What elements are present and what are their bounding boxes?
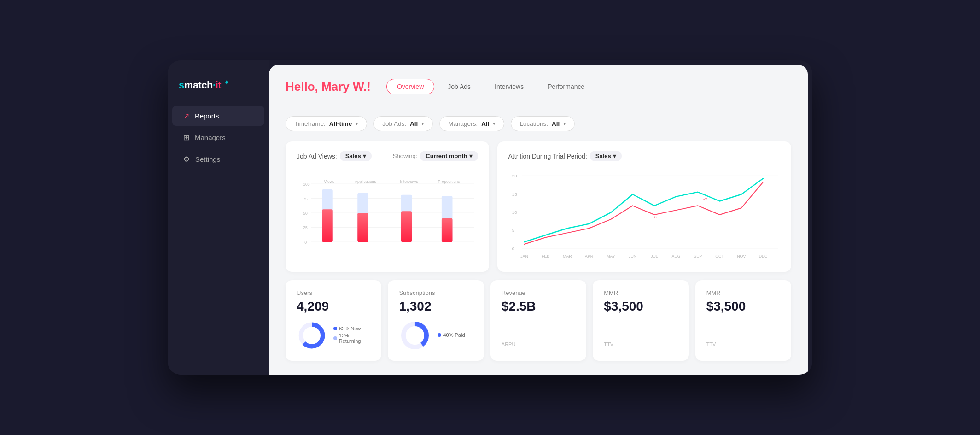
managers-arrow: ▾ xyxy=(493,121,496,127)
users-returning-dot xyxy=(333,336,337,340)
mmr1-card: MMR $3,500 TTV xyxy=(593,280,688,361)
sidebar-item-reports[interactable]: ↗ Reports xyxy=(172,106,264,126)
main-content: Hello, Mary W.! Overview Job Ads Intervi… xyxy=(269,65,808,375)
subscriptions-donut-area: 40% Paid xyxy=(399,319,472,352)
tab-performance[interactable]: Performance xyxy=(537,79,595,94)
month-value: Current month xyxy=(426,153,467,159)
arpu-label: ARPU xyxy=(502,341,516,347)
logo-area: smatch·it ✦ xyxy=(168,74,269,105)
showing-label: Showing: Current month ▾ xyxy=(393,151,478,161)
users-donut-area: 62% New 13% Returning xyxy=(297,319,370,352)
revenue-value: $2.5B xyxy=(502,299,575,314)
svg-rect-15 xyxy=(322,209,333,242)
mmr2-sub: TTV xyxy=(706,319,780,347)
tab-interviews[interactable]: Interviews xyxy=(484,79,534,94)
users-legend: 62% New 13% Returning xyxy=(333,326,370,345)
locations-label: Locations: xyxy=(519,120,548,127)
svg-text:0: 0 xyxy=(512,246,514,251)
subs-paid-dot xyxy=(438,333,441,337)
month-dropdown[interactable]: Current month ▾ xyxy=(420,151,478,161)
attrition-category: Sales xyxy=(595,153,611,159)
svg-text:15: 15 xyxy=(512,192,517,197)
revenue-card: Revenue $2.5B ARPU xyxy=(490,280,586,361)
svg-rect-17 xyxy=(357,213,368,242)
svg-text:OCT: OCT xyxy=(715,254,724,259)
svg-text:MAY: MAY xyxy=(607,254,615,259)
svg-text:Views: Views xyxy=(324,179,335,184)
tab-overview[interactable]: Overview xyxy=(386,79,434,94)
month-arrow: ▾ xyxy=(469,153,472,159)
subscriptions-legend: 40% Paid xyxy=(438,332,465,339)
sidebar-item-settings[interactable]: ⚙ Settings xyxy=(172,149,264,169)
revenue-sub: ARPU xyxy=(502,319,575,347)
managers-filter[interactable]: Managers: All ▾ xyxy=(439,116,504,131)
header-divider xyxy=(286,106,791,106)
subs-paid-label: 40% Paid xyxy=(443,332,465,338)
job-ads-arrow: ▾ xyxy=(421,121,424,127)
svg-text:50: 50 xyxy=(303,211,308,216)
mmr2-label: MMR xyxy=(706,289,780,296)
attrition-dropdown[interactable]: Sales ▾ xyxy=(590,151,622,161)
sidebar: smatch·it ✦ ↗ Reports ⊞ Managers ⚙ Setti… xyxy=(168,60,269,375)
svg-text:25: 25 xyxy=(303,225,308,230)
svg-text:75: 75 xyxy=(303,197,308,201)
sidebar-item-managers-label: Managers xyxy=(195,134,226,141)
mmr2-value: $3,500 xyxy=(706,299,780,314)
sales-label: Sales xyxy=(345,153,361,159)
logo-text: match xyxy=(184,79,213,91)
bar-chart-title: Job Ad Views: xyxy=(297,153,337,160)
svg-text:10: 10 xyxy=(512,210,517,215)
attrition-chart-header: Attrition During Trial Period: Sales ▾ xyxy=(508,151,780,161)
mmr1-sub: TTV xyxy=(604,319,677,347)
svg-rect-21 xyxy=(442,218,453,242)
mmr1-value: $3,500 xyxy=(604,299,677,314)
subscriptions-value: 1,302 xyxy=(399,299,472,314)
stats-row: Users 4,209 62% New 13% Returning xyxy=(286,280,791,361)
managers-label: Managers: xyxy=(448,120,478,127)
sales-dropdown[interactable]: Sales ▾ xyxy=(340,151,372,161)
svg-text:-2: -2 xyxy=(703,196,707,201)
logo: smatch·it ✦ xyxy=(179,79,258,91)
svg-rect-19 xyxy=(401,211,412,242)
subscriptions-donut xyxy=(399,319,431,352)
mmr2-card: MMR $3,500 TTV xyxy=(695,280,791,361)
svg-text:JUL: JUL xyxy=(651,254,658,259)
tab-job-ads[interactable]: Job Ads xyxy=(437,79,481,94)
svg-text:100: 100 xyxy=(303,182,310,187)
svg-text:5: 5 xyxy=(512,228,514,233)
device-frame: smatch·it ✦ ↗ Reports ⊞ Managers ⚙ Setti… xyxy=(168,60,812,375)
attrition-title: Attrition During Trial Period: xyxy=(508,153,587,160)
sidebar-item-managers[interactable]: ⊞ Managers xyxy=(172,128,264,147)
svg-text:FEB: FEB xyxy=(542,254,549,259)
locations-arrow: ▾ xyxy=(563,121,566,127)
users-returning-label: 13% Returning xyxy=(339,333,371,344)
tabs: Overview Job Ads Interviews Performance xyxy=(386,79,595,94)
subscriptions-card: Subscriptions 1,302 40% Paid xyxy=(388,280,484,361)
locations-filter[interactable]: Locations: All ▾ xyxy=(511,116,575,131)
svg-text:JAN: JAN xyxy=(520,254,528,259)
users-new-dot xyxy=(333,327,337,330)
svg-text:JUN: JUN xyxy=(629,254,636,259)
ttv1-label: TTV xyxy=(604,341,613,347)
greeting: Hello, Mary W.! xyxy=(286,80,371,94)
attrition-arrow: ▾ xyxy=(613,153,616,159)
bar-chart-svg: 100 75 50 25 0 Views Applications Interv… xyxy=(297,169,478,261)
bar-chart-header: Job Ad Views: Sales ▾ Showing: Current m… xyxy=(297,151,478,161)
job-ads-filter[interactable]: Job Ads: All ▾ xyxy=(373,116,433,131)
timeframe-value: All-time xyxy=(329,120,352,127)
job-ads-value: All xyxy=(410,120,418,127)
managers-value: All xyxy=(481,120,489,127)
charts-row: Job Ad Views: Sales ▾ Showing: Current m… xyxy=(286,141,791,272)
timeframe-filter[interactable]: Timeframe: All-time ▾ xyxy=(286,116,367,131)
logo-star: ✦ xyxy=(224,79,229,86)
svg-text:20: 20 xyxy=(512,173,517,178)
reports-icon: ↗ xyxy=(183,112,189,120)
users-value: 4,209 xyxy=(297,299,370,314)
users-label: Users xyxy=(297,289,370,296)
sidebar-item-settings-label: Settings xyxy=(195,155,220,163)
timeframe-arrow: ▾ xyxy=(356,121,358,127)
mmr1-label: MMR xyxy=(604,289,677,296)
attrition-chart-svg: 20 15 10 5 0 -2 xyxy=(508,169,780,261)
header: Hello, Mary W.! Overview Job Ads Intervi… xyxy=(286,79,791,94)
users-donut xyxy=(297,319,327,352)
